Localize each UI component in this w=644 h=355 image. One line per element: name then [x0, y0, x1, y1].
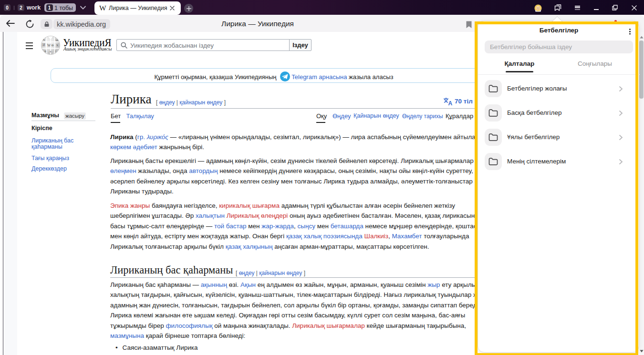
svg-text:Φ: Φ [51, 43, 53, 47]
svg-text:X: X [56, 43, 58, 47]
svg-text:W: W [47, 43, 51, 48]
svg-text:n: n [44, 49, 46, 53]
svg-text:Ω: Ω [55, 38, 58, 42]
svg-text:N: N [43, 39, 45, 41]
svg-text:A: A [448, 100, 453, 106]
svg-text:v: v [50, 50, 52, 53]
svg-text:И: И [42, 43, 45, 47]
